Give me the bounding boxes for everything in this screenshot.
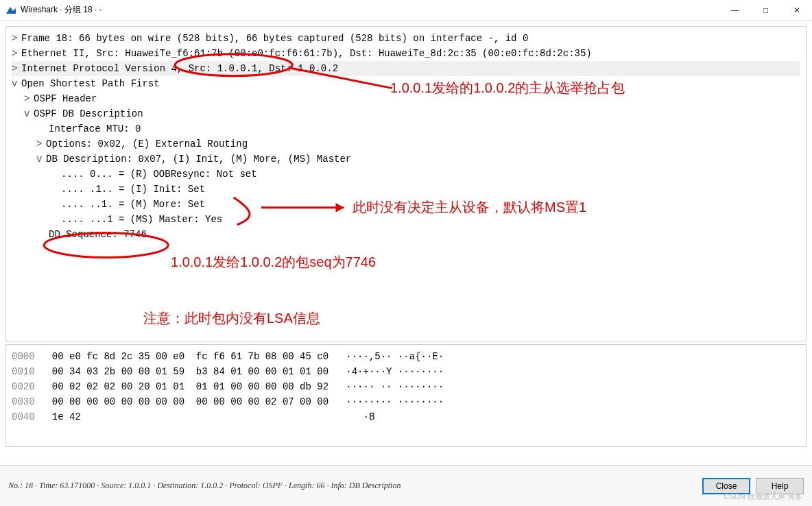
annotation-3: 1.0.0.1发给1.0.0.2的包seq为7746 [171,254,376,269]
caret-right-icon: > [36,136,46,152]
hex-ascii: ····· ·· ········ [346,381,444,392]
tree-ospf-label: Open Shortest Path First [21,78,160,89]
annotation-4: 注意：此时包内没有LSA信息 [143,311,320,326]
hex-ascii: ·4·+···Y ········ [346,366,444,377]
tree-dbd-flags[interactable]: vDB Description: 0x07, (I) Init, (M) Mor… [12,152,800,167]
hex-row: 0020 00 02 02 02 00 20 01 01 01 01 00 00… [12,379,800,394]
tree-flag-m-label: .... ..1. = (M) More: Set [61,199,205,210]
tree-ip-label: Internet Protocol Version 4, Src: 1.0.0.… [21,63,338,74]
hex-bytes: 00 02 02 02 00 20 01 01 01 01 00 00 00 0… [52,381,329,392]
packet-details-tree[interactable]: >Frame 18: 66 bytes on wire (528 bits), … [5,26,807,341]
close-button[interactable]: Close [702,478,750,494]
hex-row: 0000 00 e0 fc 8d 2c 35 00 e0 fc f6 61 7b… [12,349,800,364]
tree-mtu-label: Interface MTU: 0 [49,123,141,134]
hex-row: 0040 1e 42 ·B [12,409,800,424]
tree-ospf[interactable]: vOpen Shortest Path First [12,76,800,91]
hex-ascii: ·B [363,411,375,422]
tree-flag-i[interactable]: .... .1.. = (I) Init: Set [12,182,800,197]
footer-bar: No.: 18 · Time: 63.171000 · Source: 1.0.… [0,465,812,506]
hex-row: 0030 00 00 00 00 00 00 00 00 00 00 00 00… [12,394,800,409]
tree-flag-ms-label: .... ...1 = (MS) Master: Yes [61,214,222,225]
hex-addr: 0020 [12,381,35,392]
hex-ascii: ····,5·· ··a{··E· [346,351,444,362]
hex-addr: 0040 [12,411,35,422]
titlebar: Wireshark · 分组 18 · - — □ ✕ [0,0,812,21]
tree-dd-seq[interactable]: DD Sequence: 7746 [12,227,800,242]
caret-right-icon: > [12,31,21,46]
caret-right-icon: > [12,61,21,76]
footer-buttons: Close Help [702,478,804,494]
caret-down-icon: v [12,76,21,91]
tree-flag-r[interactable]: .... 0... = (R) OOBResync: Not set [12,167,800,182]
hex-bytes: 00 34 03 2b 00 00 01 59 b3 84 01 00 00 0… [52,366,329,377]
caret-right-icon: > [12,46,21,61]
tree-frame-label: Frame 18: 66 bytes on wire (528 bits), 6… [21,33,528,44]
tree-ospf-header-label: OSPF Header [34,93,97,104]
wireshark-icon [5,5,16,16]
hex-addr: 0010 [12,366,35,377]
minimize-button[interactable]: — [719,0,750,21]
status-text: No.: 18 · Time: 63.171000 · Source: 1.0.… [8,481,401,491]
close-window-button[interactable]: ✕ [781,0,812,21]
hex-addr: 0000 [12,351,35,362]
hex-bytes: 00 00 00 00 00 00 00 00 00 00 00 00 02 0… [52,396,329,407]
window-title: Wireshark · 分组 18 · - [21,4,102,16]
hex-bytes: 1e 42 [52,411,81,422]
tree-options[interactable]: >Options: 0x02, (E) External Routing [12,136,800,152]
tree-eth-label: Ethernet II, Src: HuaweiTe_f6:61:7b (00:… [21,48,592,59]
tree-flag-m[interactable]: .... ..1. = (M) More: Set [12,197,800,212]
tree-ip[interactable]: >Internet Protocol Version 4, Src: 1.0.0… [12,61,800,76]
title-left: Wireshark · 分组 18 · - [5,4,102,16]
tree-ospf-dbd-label: OSPF DB Description [34,108,143,119]
tree-flag-ms[interactable]: .... ...1 = (MS) Master: Yes [12,212,800,227]
tree-ospf-dbd[interactable]: vOSPF DB Description [12,106,800,121]
tree-mtu[interactable]: Interface MTU: 0 [12,121,800,136]
maximize-button[interactable]: □ [750,0,781,21]
hex-bytes: 00 e0 fc 8d 2c 35 00 e0 fc f6 61 7b 08 0… [52,351,329,362]
tree-options-label: Options: 0x02, (E) External Routing [46,138,248,149]
tree-frame[interactable]: >Frame 18: 66 bytes on wire (528 bits), … [12,31,800,46]
tree-dbd-flags-label: DB Description: 0x07, (I) Init, (M) More… [46,154,351,165]
hex-addr: 0030 [12,396,35,407]
caret-down-icon: v [36,152,46,167]
packet-bytes-pane[interactable]: 0000 00 e0 fc 8d 2c 35 00 e0 fc f6 61 7b… [5,344,807,447]
hex-ascii: ········ ········ [346,396,444,407]
tree-flag-i-label: .... .1.. = (I) Init: Set [61,184,205,195]
tree-flag-r-label: .... 0... = (R) OOBResync: Not set [61,169,257,180]
help-button[interactable]: Help [756,478,804,494]
tree-ethernet[interactable]: >Ethernet II, Src: HuaweiTe_f6:61:7b (00… [12,46,800,61]
caret-right-icon: > [24,91,34,106]
window-controls: — □ ✕ [719,0,812,21]
content-area: >Frame 18: 66 bytes on wire (528 bits), … [0,21,812,465]
hex-row: 0010 00 34 03 2b 00 00 01 59 b3 84 01 00… [12,364,800,379]
tree-dd-seq-label: DD Sequence: 7746 [49,229,147,240]
tree-ospf-header[interactable]: >OSPF Header [12,91,800,106]
caret-down-icon: v [24,106,34,121]
